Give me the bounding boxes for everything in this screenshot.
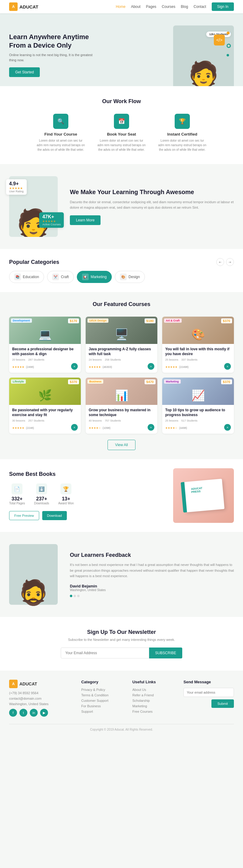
newsletter-email-input[interactable] <box>61 648 149 658</box>
footer-send-col: Send Message Submit <box>184 680 234 717</box>
rating-num-6: (4498) <box>179 426 187 429</box>
course-img-icon-3: 🎨 <box>191 328 205 341</box>
download-button[interactable]: Download <box>42 511 67 520</box>
category-design[interactable]: 🎨 Design <box>115 271 145 283</box>
feedback-author: David Bejamin Washington, United States <box>70 584 234 592</box>
book-cover: ADUCATPRESS <box>183 479 224 513</box>
courses-section: Our Featured Courses Development $170 💻 … <box>0 292 243 459</box>
category-craft[interactable]: ✂️ Craft <box>47 271 74 283</box>
footer-link-terms[interactable]: Terms & Condition <box>81 693 123 697</box>
course-meta-6: 25 lessons 517 Students <box>165 419 231 422</box>
course-body-1: Become a professional designer be with p… <box>9 344 81 373</box>
workflow-grid: 🔍 Find Your Course Lorem dolor sit amet … <box>9 114 234 152</box>
footer-phone: (+79) 34 8592 9564 <box>9 691 72 695</box>
footer-link-about[interactable]: About Us <box>132 688 174 691</box>
view-all-button[interactable]: View All <box>108 440 135 450</box>
get-started-button[interactable]: Get Started <box>9 67 40 77</box>
footer-social: f t in ▶ <box>9 709 72 717</box>
hero-description: Online learning is not the next big thin… <box>9 53 94 62</box>
footer-link-privacy[interactable]: Privacy & Policy <box>81 688 123 691</box>
footer-submit-button[interactable]: Submit <box>211 700 234 708</box>
course-action-3[interactable]: + <box>224 363 231 370</box>
stars-4: ★★★★★ (2248) <box>12 425 34 430</box>
dot-1 <box>70 595 72 597</box>
footer-address: Washington, United States <box>9 702 72 706</box>
course-action-1[interactable]: + <box>71 363 78 370</box>
course-action-6[interactable]: + <box>224 424 231 431</box>
workflow-item-3: 🏆 Instant Certified Lorem dolor sit amet… <box>158 114 207 152</box>
footer-link-marketing[interactable]: Marketing <box>132 704 174 708</box>
course-price-6: $370 <box>221 379 232 384</box>
twitter-icon[interactable]: t <box>20 709 27 717</box>
footer-logo-icon: A <box>9 680 18 688</box>
awards-num: 13+ <box>58 496 74 502</box>
learn-more-button[interactable]: Learn More <box>70 215 101 225</box>
course-title-3: You will fall in love with this mostly i… <box>165 347 231 356</box>
free-preview-button[interactable]: Free Preview <box>9 511 39 520</box>
nav-blog[interactable]: Blog <box>181 5 188 9</box>
footer-email-input[interactable] <box>184 688 234 697</box>
course-tag-1: Development <box>11 318 32 323</box>
course-card-6: Marketing $370 📈 Top 10 tips to grow up … <box>162 378 234 434</box>
awards-icon: 🏆 <box>60 484 72 494</box>
rating-badge: 4.9+ ★★★★★ User Rating <box>6 179 27 195</box>
course-rating-4: ★★★★★ (2248) + <box>12 424 78 431</box>
workflow-desc-1: Lorem dolor sit amet con sec tur adm rem… <box>36 138 85 152</box>
instagram-icon[interactable]: in <box>30 709 38 717</box>
teal-dot <box>226 54 229 56</box>
logo-icon: A <box>9 2 18 11</box>
footer-link-business[interactable]: For Business <box>81 704 123 708</box>
nav-home[interactable]: Home <box>116 5 126 9</box>
code-badge-icon: </> <box>214 35 225 45</box>
footer-link-free-courses[interactable]: Free Courses <box>132 710 174 713</box>
stars-3: ★★★★★ (22498) <box>165 364 189 369</box>
course-card-2: UI/UX Design $180 🖥️ Java programming A-… <box>86 317 157 373</box>
nav-contact[interactable]: Contact <box>193 5 206 9</box>
course-tag-5: Business <box>87 379 103 384</box>
next-category-button[interactable]: → <box>226 258 234 266</box>
pages-label: Total Pages <box>9 502 25 505</box>
nav-about[interactable]: About <box>131 5 140 9</box>
course-action-2[interactable]: + <box>147 363 154 370</box>
book-title-visual: ADUCATPRESS <box>187 483 207 498</box>
facebook-icon[interactable]: f <box>9 709 17 717</box>
course-title-1: Become a professional designer be with p… <box>12 347 78 356</box>
book-seat-icon: 📅 <box>114 114 129 129</box>
workflow-section: Our Work Flow 🔍 Find Your Course Lorem d… <box>0 86 243 164</box>
course-body-6: Top 10 tips to grow up audience to progr… <box>162 405 234 434</box>
prev-category-button[interactable]: ← <box>216 258 224 266</box>
footer-link-support[interactable]: Customer Support <box>81 699 123 703</box>
courses-title: Our Featured Courses <box>9 301 234 308</box>
course-img-icon-1: 💻 <box>38 328 52 341</box>
category-education[interactable]: 📚 Education <box>9 271 44 283</box>
course-tag-2: UI/UX Design <box>87 318 108 323</box>
course-action-4[interactable]: + <box>71 424 78 431</box>
course-rating-2: ★★★★★ (46303) + <box>89 363 154 370</box>
awesome-left: 4.9+ ★★★★★ User Rating 🧑 47K+ ★★★★★ Acti… <box>9 176 58 237</box>
navigation: A ADUCAT Home About Pages Courses Blog C… <box>0 0 243 13</box>
course-img-icon-2: 🖥️ <box>115 328 129 341</box>
course-lessons-6: 25 lessons <box>165 419 178 422</box>
nav-pages[interactable]: Pages <box>146 5 157 9</box>
footer-link-help[interactable]: Support <box>81 710 123 713</box>
footer-link-scholarship[interactable]: Scholarship <box>132 699 174 703</box>
stat-awards: 🏆 13+ Award Won <box>58 484 74 505</box>
course-students-3: 337 Students <box>181 358 197 361</box>
nav-courses[interactable]: Courses <box>162 5 176 9</box>
books-left: Some Best Books 📄 332+ Total Pages ⬇️ 23… <box>9 471 164 520</box>
footer: A ADUCAT (+79) 34 8592 9564 contact@doma… <box>0 671 243 736</box>
footer-link-refer[interactable]: Refer a Friend <box>132 693 174 697</box>
find-course-icon: 🔍 <box>53 114 68 129</box>
view-all-wrapper: View All <box>9 440 234 450</box>
course-image-2: UI/UX Design $180 🖥️ <box>86 317 157 344</box>
hero-section: Learn Anywhere Anytime From a Device Onl… <box>0 13 243 86</box>
course-action-5[interactable]: + <box>147 424 154 431</box>
certified-icon: 🏆 <box>175 114 190 129</box>
subscribe-button[interactable]: SUBSCRIBE <box>149 648 182 658</box>
signin-button[interactable]: Sign In <box>212 2 234 11</box>
category-marketing[interactable]: 📢 Marketing <box>77 271 112 283</box>
categories-section: Popular Categories ← → 📚 Education ✂️ Cr… <box>0 249 243 292</box>
youtube-icon[interactable]: ▶ <box>40 709 48 717</box>
nav-links: Home About Pages Courses Blog Contact Si… <box>116 2 234 11</box>
course-body-4: Be passionated with your regularly exerc… <box>9 405 81 434</box>
